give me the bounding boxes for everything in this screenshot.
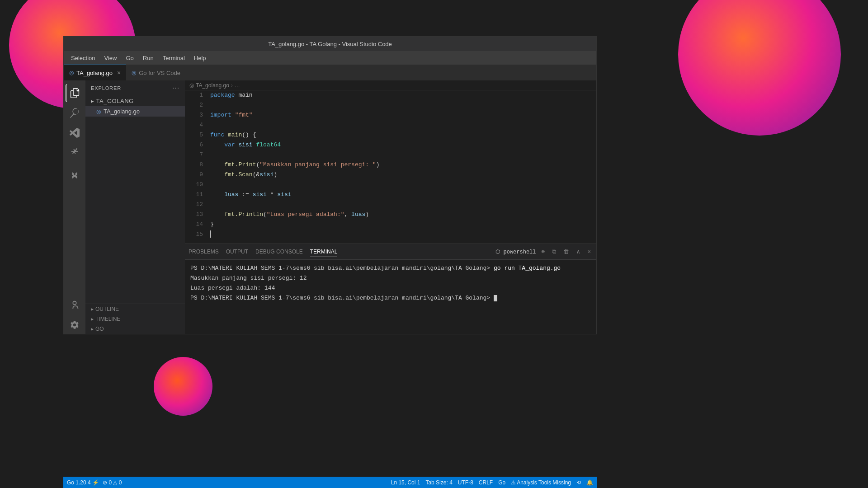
folder-arrow: ▸ xyxy=(91,98,94,104)
breadcrumb-sep: › xyxy=(231,82,233,89)
breadcrumb-more: … xyxy=(235,82,240,89)
activity-git[interactable] xyxy=(66,124,84,142)
tab-go-vscode[interactable]: ◎ Go for VS Code xyxy=(126,65,186,80)
ln3: 3 xyxy=(185,110,203,120)
breadcrumb-file: TA_golang.go xyxy=(196,82,229,89)
breadcrumb-icon: ◎ xyxy=(189,82,194,89)
status-language[interactable]: Go xyxy=(498,479,505,486)
code-line-3: import "fmt" xyxy=(210,110,596,120)
menu-go[interactable]: Go xyxy=(122,54,137,62)
ln14: 14 xyxy=(185,220,203,230)
activity-search[interactable] xyxy=(66,104,84,122)
menu-selection[interactable]: Selection xyxy=(67,54,99,62)
code-line-14: } xyxy=(210,220,596,230)
terminal-tab-debug[interactable]: DEBUG CONSOLE xyxy=(255,247,303,257)
tab-icon-govscode: ◎ xyxy=(132,70,136,76)
status-encoding[interactable]: UTF-8 xyxy=(458,479,473,486)
warning-triangle-icon: ⚠ xyxy=(511,479,516,486)
terminal-tab-problems[interactable]: PROBLEMS xyxy=(189,247,219,257)
terminal-line-4: PS D:\MATERI KULIAH SEMS 1-7\sems6 sib b… xyxy=(190,293,591,303)
activity-test[interactable] xyxy=(66,167,84,185)
terminal-close-btn[interactable]: × xyxy=(585,248,593,256)
outline-arrow: ▸ xyxy=(91,306,94,312)
error-count: 0 xyxy=(108,479,112,486)
menu-run[interactable]: Run xyxy=(139,54,157,62)
terminal-tab-bar: PROBLEMS OUTPUT DEBUG CONSOLE TERMINAL ⬡… xyxy=(185,244,596,260)
code-line-13: fmt.Println("Luas persegi adalah:", luas… xyxy=(210,210,596,220)
activity-extensions[interactable] xyxy=(66,144,84,162)
terminal-trash-btn[interactable]: 🗑 xyxy=(561,248,571,256)
activity-account[interactable] xyxy=(66,296,84,314)
activity-bar xyxy=(64,80,85,334)
tab-icon-golang: ◎ xyxy=(69,70,74,76)
code-line-2 xyxy=(210,100,596,110)
ln8: 8 xyxy=(185,160,203,170)
file-label: TA_golang.go xyxy=(104,108,140,115)
terminal-cmd-1: go run TA_golang.go xyxy=(494,265,561,272)
editor-content[interactable]: 1 2 3 4 5 6 7 8 9 10 11 12 13 14 15 xyxy=(185,90,596,244)
code-editor-pane: ◎ TA_golang.go › … 1 2 3 4 5 6 7 8 9 10 xyxy=(185,80,596,334)
tab-ta-golang[interactable]: ◎ TA_golang.go × xyxy=(64,65,126,80)
ln15: 15 xyxy=(185,230,203,239)
code-line-1: package main xyxy=(210,90,596,100)
timeline-arrow: ▸ xyxy=(91,316,94,322)
main-content: EXPLORER ··· ▸ TA_GOLANG ◎ TA_golang.go … xyxy=(64,80,596,334)
sidebar-folder[interactable]: ▸ TA_GOLANG xyxy=(85,96,185,106)
menu-bar: Selection View Go Run Terminal Help xyxy=(64,51,596,65)
status-bar: Go 1.20.4 ⚡ ⊘ 0 △ 0 Ln 15, Col 1 Tab Siz… xyxy=(63,477,597,488)
status-sync-icon[interactable]: ⟲ xyxy=(576,479,581,486)
tab-bar: ◎ TA_golang.go × ◎ Go for VS Code xyxy=(64,65,596,80)
ln11: 11 xyxy=(185,190,203,200)
go-version-label: Go 1.20.4 xyxy=(67,479,92,486)
terminal-actions: ⬡ powershell ⊕ ⧉ 🗑 ∧ × xyxy=(495,247,593,256)
menu-terminal[interactable]: Terminal xyxy=(159,54,189,62)
status-errors[interactable]: ⊘ 0 △ 0 xyxy=(103,479,122,486)
terminal-shell-label: ⬡ powershell xyxy=(495,249,536,255)
warning-icon: △ xyxy=(113,479,118,486)
code-line-15 xyxy=(210,230,596,239)
status-right: Ln 15, Col 1 Tab Size: 4 UTF-8 CRLF Go ⚠… xyxy=(391,479,593,486)
status-line-ending[interactable]: CRLF xyxy=(479,479,493,486)
terminal-prompt-2: PS D:\MATERI KULIAH SEMS 1-7\sems6 sib b… xyxy=(190,295,494,301)
code-line-12 xyxy=(210,200,596,210)
terminal-tab-terminal[interactable]: TERMINAL xyxy=(310,247,338,257)
status-bell-icon[interactable]: 🔔 xyxy=(586,479,593,486)
ln7: 7 xyxy=(185,150,203,160)
tab-close-golang[interactable]: × xyxy=(117,69,121,76)
status-position[interactable]: Ln 15, Col 1 xyxy=(391,479,420,486)
terminal-tab-output[interactable]: OUTPUT xyxy=(226,247,248,257)
outline-label: OUTLINE xyxy=(95,306,119,312)
ln4: 4 xyxy=(185,120,203,130)
terminal-max-btn[interactable]: ∧ xyxy=(575,247,582,256)
terminal-line-2: Masukkan panjang sisi persegi: 12 xyxy=(190,273,591,283)
go-version-icon: ⚡ xyxy=(92,479,99,486)
warning-count: 0 xyxy=(119,479,122,486)
status-go-version[interactable]: Go 1.20.4 ⚡ xyxy=(67,479,99,486)
ln12: 12 xyxy=(185,200,203,210)
terminal-line-3: Luas persegi adalah: 144 xyxy=(190,283,591,293)
menu-view[interactable]: View xyxy=(100,54,120,62)
ln9: 9 xyxy=(185,170,203,180)
status-analysis-warning[interactable]: ⚠ Analysis Tools Missing xyxy=(511,479,571,486)
sidebar-more-button[interactable]: ··· xyxy=(172,84,179,92)
terminal-panel: PROBLEMS OUTPUT DEBUG CONSOLE TERMINAL ⬡… xyxy=(185,244,596,334)
status-tab-size[interactable]: Tab Size: 4 xyxy=(425,479,452,486)
terminal-add-btn[interactable]: ⊕ xyxy=(540,247,547,256)
code-line-4 xyxy=(210,120,596,130)
ln2: 2 xyxy=(185,100,203,110)
activity-settings[interactable] xyxy=(66,316,84,334)
tab-label-govscode: Go for VS Code xyxy=(139,70,180,76)
sidebar-outline[interactable]: ▸ OUTLINE xyxy=(85,304,185,314)
sidebar-go[interactable]: ▸ GO xyxy=(85,324,185,334)
sidebar-timeline[interactable]: ▸ TIMELINE xyxy=(85,314,185,324)
terminal-split-btn[interactable]: ⧉ xyxy=(550,248,558,256)
code-line-11: luas := sisi * sisi xyxy=(210,190,596,200)
sidebar-file[interactable]: ◎ TA_golang.go xyxy=(85,106,185,117)
activity-explorer[interactable] xyxy=(66,84,84,102)
menu-help[interactable]: Help xyxy=(190,54,210,62)
title-bar: TA_golang.go - TA Golang - Visual Studio… xyxy=(64,37,596,51)
terminal-content[interactable]: PS D:\MATERI KULIAH SEMS 1-7\sems6 sib b… xyxy=(185,260,596,334)
ln5: 5 xyxy=(185,130,203,140)
sidebar-header: EXPLORER ··· xyxy=(85,80,185,96)
code-lines[interactable]: package main import "fmt" func main() { … xyxy=(207,90,596,244)
